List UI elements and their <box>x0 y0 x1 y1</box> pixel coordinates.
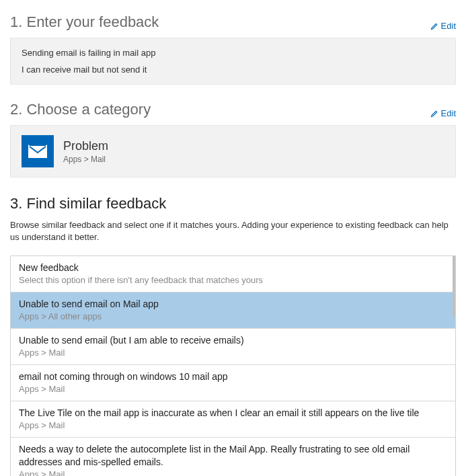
step2-header: 2. Choose a category Edit <box>10 101 456 118</box>
feedback-item-title: email not coming through on windows 10 m… <box>19 370 447 383</box>
feedback-item-title: New feedback <box>19 262 447 274</box>
step2-title: 2. Choose a category <box>10 101 151 118</box>
step1-header: 1. Enter your feedback Edit <box>10 13 456 31</box>
pencil-icon <box>430 22 438 30</box>
feedback-item-title: Unable to send email on Mail app <box>19 298 447 311</box>
step1-edit-link[interactable]: Edit <box>430 21 456 31</box>
step3-title: 3. Find similar feedback <box>10 195 166 212</box>
feedback-item-sub: Apps > All other apps <box>19 311 447 321</box>
similar-feedback-list: New feedbackSelect this option if there … <box>10 255 456 476</box>
edit-label: Edit <box>441 108 456 118</box>
edit-label: Edit <box>441 21 456 31</box>
step1-summary-box: Sending email is failing in mail app I c… <box>10 38 456 85</box>
step3-header: 3. Find similar feedback <box>10 195 456 212</box>
feedback-list-item[interactable]: New feedbackSelect this option if there … <box>11 256 455 292</box>
category-path: Apps > Mail <box>63 155 108 164</box>
feedback-item-title: The Live Tile on the mail app is inaccur… <box>19 407 447 420</box>
feedback-item-title: Needs a way to delete the autocomplete l… <box>19 443 447 469</box>
feedback-body-text: I can receive mail but not send it <box>22 65 444 75</box>
mail-icon <box>22 135 54 167</box>
feedback-item-sub: Apps > Mail <box>19 348 447 358</box>
feedback-item-sub: Apps > Mail <box>19 469 447 476</box>
feedback-list-item[interactable]: Unable to send email on Mail appApps > A… <box>11 292 455 329</box>
feedback-item-sub: Select this option if there isn't any fe… <box>19 275 447 285</box>
feedback-list-item[interactable]: The Live Tile on the mail app is inaccur… <box>11 401 455 438</box>
category-name: Problem <box>63 139 108 153</box>
step2-category-box: Problem Apps > Mail <box>10 125 456 177</box>
feedback-list-item[interactable]: Needs a way to delete the autocomplete l… <box>11 438 455 476</box>
step1-title: 1. Enter your feedback <box>10 13 159 31</box>
feedback-item-sub: Apps > Mail <box>19 420 447 430</box>
category-text: Problem Apps > Mail <box>63 139 108 164</box>
feedback-list-item[interactable]: email not coming through on windows 10 m… <box>11 365 455 401</box>
feedback-list-item[interactable]: Unable to send email (but I am able to r… <box>11 329 455 365</box>
feedback-item-title: Unable to send email (but I am able to r… <box>19 334 447 347</box>
scrollbar-thumb[interactable] <box>453 256 455 317</box>
step2-edit-link[interactable]: Edit <box>430 108 456 118</box>
feedback-item-sub: Apps > Mail <box>19 384 447 394</box>
step3-description: Browse similar feedback and select one i… <box>10 219 456 243</box>
pencil-icon <box>430 110 438 118</box>
feedback-title-text: Sending email is failing in mail app <box>22 48 444 58</box>
